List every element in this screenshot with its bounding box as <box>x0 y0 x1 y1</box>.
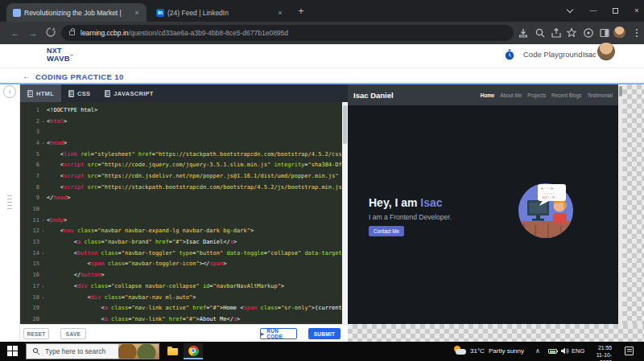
speaker-icon[interactable] <box>560 347 569 355</box>
code-text: <a class="navbar-brand" href="#">Isac Da… <box>47 239 342 245</box>
language-indicator[interactable]: ENG <box>572 347 584 355</box>
code-line[interactable]: 13 <a class="navbar-brand" href="#">Isac… <box>20 236 342 248</box>
preview-brand[interactable]: Isac Daniel <box>353 91 394 100</box>
window-maximize-button[interactable] <box>605 0 625 21</box>
search-highlight-thumbnail[interactable] <box>118 344 159 359</box>
code-line[interactable]: 1<!DOCTYPE html> <box>20 105 342 116</box>
profile-avatar[interactable] <box>613 27 625 39</box>
code-line[interactable]: 4▾<head> <box>20 137 342 149</box>
tray-chevron-icon[interactable]: ∧ <box>535 347 540 355</box>
tab-close-icon[interactable]: × <box>275 9 285 17</box>
code-line[interactable]: 15 <span class="navbar-toggler-icon"></s… <box>20 259 342 270</box>
tab-close-icon[interactable]: × <box>132 9 142 17</box>
code-line[interactable]: 19 <a class="nav-link active" href="#">H… <box>20 302 342 314</box>
window-close-button[interactable]: × <box>626 0 644 21</box>
code-editor[interactable]: 1<!DOCTYPE html>2▾<html>34▾<head>5 <link… <box>20 102 342 324</box>
new-tab-button[interactable]: + <box>295 6 308 18</box>
reload-icon[interactable] <box>43 26 58 40</box>
fold-toggle-icon[interactable]: ▾ <box>39 251 47 256</box>
code-line[interactable]: 5 <link rel="stylesheet" href="https://s… <box>20 149 342 160</box>
preview-nav-link-home[interactable]: Home <box>481 92 495 98</box>
code-line[interactable]: 7 <script src="https://cdn.jsdelivr.net/… <box>20 170 342 182</box>
save-button[interactable]: SAVE <box>60 328 86 339</box>
drag-handle[interactable] <box>7 195 12 210</box>
line-number: 9 <box>20 195 39 201</box>
back-icon[interactable]: ← <box>8 26 23 40</box>
weather-desc[interactable]: Partly sunny <box>489 347 524 355</box>
fold-toggle-icon[interactable]: ▾ <box>39 218 47 223</box>
zoom-icon[interactable] <box>534 27 547 39</box>
code-text: <nav class="navbar navbar-expand-lg navb… <box>47 228 342 234</box>
line-number: 7 <box>20 173 39 179</box>
file-explorer-icon[interactable] <box>163 343 182 359</box>
preview-nav-link-about-me[interactable]: About Me <box>500 92 522 98</box>
stopwatch-icon[interactable] <box>504 49 515 60</box>
code-line[interactable]: 18▾ <div class="navbar-nav ml-auto"> <box>20 292 342 303</box>
tab-javascript[interactable]: JAVASCRIPT <box>97 84 160 102</box>
chrome-taskbar-icon[interactable] <box>184 343 203 359</box>
fold-toggle-icon[interactable]: ▾ <box>39 295 47 300</box>
code-line[interactable]: 2▾<html> <box>20 116 342 127</box>
fold-toggle-icon[interactable]: ▾ <box>39 119 47 124</box>
fold-toggle-icon[interactable]: ▾ <box>39 228 47 233</box>
split-screen-icon[interactable] <box>598 27 611 39</box>
tab-search-chevron-icon[interactable] <box>559 0 580 21</box>
contact-me-button[interactable]: Contact Me <box>369 226 404 236</box>
code-line[interactable]: 11▾<body> <box>20 215 342 226</box>
tab-css[interactable]: CSS <box>61 84 97 102</box>
left-rail <box>0 84 20 342</box>
weather-temp[interactable]: 31°C <box>470 347 485 355</box>
preview-nav-link-recent-blogs[interactable]: Recent Blogs <box>551 92 581 98</box>
code-line[interactable]: 10 <box>20 203 342 215</box>
preview-nav-link-projects[interactable]: Projects <box>527 92 546 98</box>
line-number: 18 <box>20 294 39 301</box>
window-minimize-button[interactable]: — <box>583 0 604 21</box>
code-line[interactable]: 8 <script src="https://stackpath.bootstr… <box>20 182 342 193</box>
forward-icon[interactable]: → <box>26 26 40 40</box>
run-code-button[interactable]: ▶ RUN CODE <box>260 328 297 339</box>
user-avatar[interactable] <box>597 43 615 60</box>
preview-nav-link-testimonial[interactable]: Testimonial <box>588 92 613 98</box>
menu-kebab-icon[interactable] <box>630 27 643 39</box>
fold-toggle-icon[interactable]: ▾ <box>39 141 47 146</box>
fold-toggle-icon[interactable]: ▾ <box>39 284 47 289</box>
nxtwave-logo[interactable]: NXT WAVB™ <box>47 47 73 63</box>
code-text: </head> <box>47 195 342 201</box>
code-playground-label[interactable]: Code Playground <box>523 50 582 59</box>
code-text: <div class="navbar-nav ml-auto"> <box>47 294 342 301</box>
expand-panel-button[interactable]: › <box>3 85 16 98</box>
code-line[interactable]: 3 <box>20 126 342 137</box>
action-center-icon[interactable] <box>625 347 634 355</box>
line-number: 12 <box>20 228 39 234</box>
download-icon[interactable] <box>517 27 530 39</box>
extension-circle-icon[interactable] <box>582 27 595 39</box>
browser-tab-2[interactable]: in (24) Feed | LinkedIn × <box>150 3 290 22</box>
line-number: 5 <box>20 151 39 158</box>
url-bar[interactable]: learning.ccbp.in/question/cd33ae6a-a3b9-… <box>61 25 514 41</box>
bookmark-star-icon[interactable] <box>565 27 578 39</box>
code-line[interactable]: 16 </button> <box>20 269 342 281</box>
weather-icon[interactable] <box>453 345 467 357</box>
tab-html[interactable]: HTML <box>20 84 61 102</box>
back-arrow-icon[interactable]: ← <box>23 72 31 80</box>
code-line[interactable]: 20 <a class="nav-link" href="#">About Me… <box>20 314 342 324</box>
code-line[interactable]: 12▾ <nav class="navbar navbar-expand-lg … <box>20 226 342 237</box>
code-line[interactable]: 6 <script src="https://code.jquery.com/j… <box>20 159 342 170</box>
code-line[interactable]: 17▾ <div class="collapse navbar-collapse… <box>20 281 342 292</box>
submit-button[interactable]: SUBMIT <box>308 328 341 339</box>
taskbar-search-input[interactable]: Type here to search <box>26 343 159 359</box>
code-text: <a class="nav-link active" href="#">Home… <box>47 305 342 311</box>
battery-icon[interactable] <box>548 349 557 354</box>
start-menu-icon[interactable] <box>7 346 18 356</box>
tab-title: Revolutionizing the Job Market | <box>24 9 129 17</box>
code-line[interactable]: 9</head> <box>20 193 342 204</box>
reset-button[interactable]: RESET <box>23 328 49 339</box>
browser-tab-1[interactable]: Revolutionizing the Job Market | × <box>6 3 147 22</box>
code-line[interactable]: 14▾ <button class="navbar-toggler" type=… <box>20 248 342 259</box>
taskbar-clock[interactable]: 21:55 11-10-2023 <box>584 344 612 361</box>
share-icon[interactable] <box>550 27 563 39</box>
editor-scrollbar[interactable] <box>342 102 348 324</box>
hero-title: Hey, I am Isac <box>369 196 443 209</box>
file-code-icon <box>27 90 33 97</box>
line-number: 6 <box>20 162 39 168</box>
